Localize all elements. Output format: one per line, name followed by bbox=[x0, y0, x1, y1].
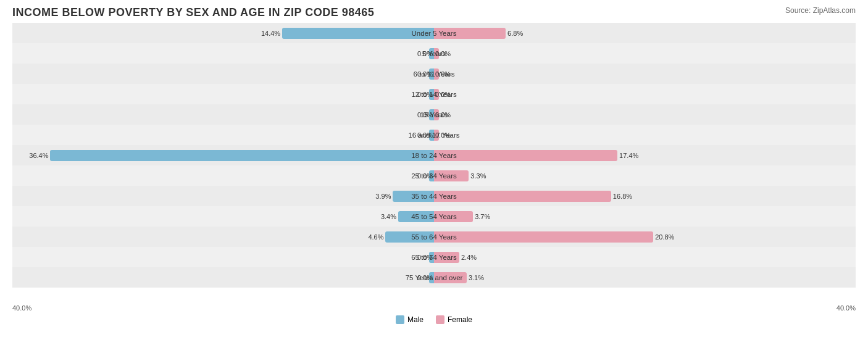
chart-row: 0.0%25 to 34 Years3.3% bbox=[12, 165, 856, 186]
chart-title: INCOME BELOW POVERTY BY SEX AND AGE IN Z… bbox=[12, 6, 856, 19]
female-bar bbox=[434, 252, 459, 263]
male-legend-label: Male bbox=[407, 315, 424, 324]
chart-row: 0.0%15 Years0.0% bbox=[12, 104, 856, 125]
male-value: 0.0% bbox=[417, 131, 433, 139]
female-section: 20.8% bbox=[434, 227, 856, 247]
male-section: 14.4% bbox=[12, 23, 434, 43]
female-value: 3.3% bbox=[469, 172, 486, 180]
chart-row: 4.6%55 to 64 Years20.8% bbox=[12, 227, 856, 247]
source-label: Source: ZipAtlas.com bbox=[785, 6, 856, 15]
male-section: 0.0% bbox=[12, 165, 434, 186]
male-value: 0.0% bbox=[417, 70, 433, 78]
legend-male: Male bbox=[396, 315, 424, 324]
chart-area: 14.4%Under 5 Years6.8%0.0%5 Years0.0%0.0… bbox=[12, 23, 856, 301]
male-section: 0.0% bbox=[12, 267, 434, 288]
male-value: 0.0% bbox=[417, 91, 433, 98]
female-section: 3.7% bbox=[434, 206, 856, 227]
female-section: 0.0% bbox=[434, 104, 856, 125]
male-section: 3.9% bbox=[12, 186, 434, 206]
chart-row: 0.0%65 to 74 Years2.4% bbox=[12, 247, 856, 267]
male-section: 36.4% bbox=[12, 145, 434, 165]
chart-row: 0.0%75 Years and over3.1% bbox=[12, 267, 856, 288]
female-value: 0.0% bbox=[435, 70, 451, 78]
chart-row: 0.0%12 to 14 Years0.0% bbox=[12, 84, 856, 104]
chart-row: 0.0%16 and 17 Years0.0% bbox=[12, 125, 856, 145]
male-section: 0.0% bbox=[12, 125, 434, 145]
female-bar bbox=[434, 272, 467, 283]
male-section: 0.0% bbox=[12, 247, 434, 267]
female-value: 6.8% bbox=[506, 30, 523, 37]
male-value: 0.0% bbox=[417, 111, 433, 118]
female-section: 0.0% bbox=[434, 64, 856, 84]
male-section: 0.0% bbox=[12, 43, 434, 64]
male-section: 3.4% bbox=[12, 206, 434, 227]
female-bar bbox=[434, 191, 611, 202]
female-value: 20.8% bbox=[653, 233, 674, 241]
female-legend-label: Female bbox=[448, 315, 472, 324]
chart-row: 0.0%5 Years0.0% bbox=[12, 43, 856, 64]
chart-row: 36.4%18 to 24 Years17.4% bbox=[12, 145, 856, 165]
male-bar bbox=[385, 231, 434, 243]
axis-right: 40.0% bbox=[434, 304, 856, 312]
male-section: 0.0% bbox=[12, 104, 434, 125]
female-value: 0.0% bbox=[435, 91, 451, 98]
female-bar bbox=[434, 150, 617, 161]
female-section: 6.8% bbox=[434, 23, 856, 43]
male-section: 4.6% bbox=[12, 227, 434, 247]
female-section: 2.4% bbox=[434, 247, 856, 267]
female-value: 3.7% bbox=[473, 213, 490, 220]
male-bar bbox=[282, 28, 434, 39]
female-section: 0.0% bbox=[434, 125, 856, 145]
female-legend-box bbox=[436, 315, 444, 324]
legend: Male Female bbox=[12, 315, 856, 324]
male-value: 3.9% bbox=[375, 193, 393, 200]
female-value: 17.4% bbox=[617, 152, 638, 159]
male-section: 0.0% bbox=[12, 64, 434, 84]
male-value: 4.6% bbox=[368, 233, 385, 241]
male-bar bbox=[393, 191, 434, 202]
male-section: 0.0% bbox=[12, 84, 434, 104]
female-section: 0.0% bbox=[434, 84, 856, 104]
chart-row: 14.4%Under 5 Years6.8% bbox=[12, 23, 856, 43]
female-section: 17.4% bbox=[434, 145, 856, 165]
legend-female: Female bbox=[436, 315, 472, 324]
female-value: 16.8% bbox=[611, 193, 632, 200]
male-value: 14.4% bbox=[261, 30, 282, 37]
male-bar bbox=[50, 150, 434, 161]
chart-row: 0.0%6 to 11 Years0.0% bbox=[12, 64, 856, 84]
axis-labels: 40.0% 40.0% bbox=[12, 302, 856, 312]
male-value: 0.0% bbox=[417, 274, 433, 281]
female-value: 0.0% bbox=[435, 111, 451, 118]
chart-container: INCOME BELOW POVERTY BY SEX AND AGE IN Z… bbox=[0, 0, 868, 345]
male-value: 36.4% bbox=[29, 152, 50, 159]
female-section: 3.3% bbox=[434, 165, 856, 186]
male-value: 0.0% bbox=[417, 172, 433, 180]
female-value: 2.4% bbox=[459, 254, 477, 261]
female-section: 16.8% bbox=[434, 186, 856, 206]
chart-row: 3.4%45 to 54 Years3.7% bbox=[12, 206, 856, 227]
female-bar bbox=[434, 170, 469, 181]
male-value: 0.0% bbox=[417, 254, 433, 261]
female-value: 0.0% bbox=[435, 50, 451, 57]
female-value: 3.1% bbox=[467, 274, 484, 281]
chart-row: 3.9%35 to 44 Years16.8% bbox=[12, 186, 856, 206]
female-value: 0.0% bbox=[435, 131, 451, 139]
axis-left: 40.0% bbox=[12, 304, 434, 312]
female-bar bbox=[434, 231, 653, 243]
female-section: 0.0% bbox=[434, 43, 856, 64]
female-section: 3.1% bbox=[434, 267, 856, 288]
male-value: 3.4% bbox=[381, 213, 398, 220]
female-bar bbox=[434, 28, 506, 39]
male-value: 0.0% bbox=[417, 50, 433, 57]
male-bar bbox=[398, 211, 434, 222]
female-bar bbox=[434, 211, 473, 222]
male-legend-box bbox=[396, 315, 404, 324]
